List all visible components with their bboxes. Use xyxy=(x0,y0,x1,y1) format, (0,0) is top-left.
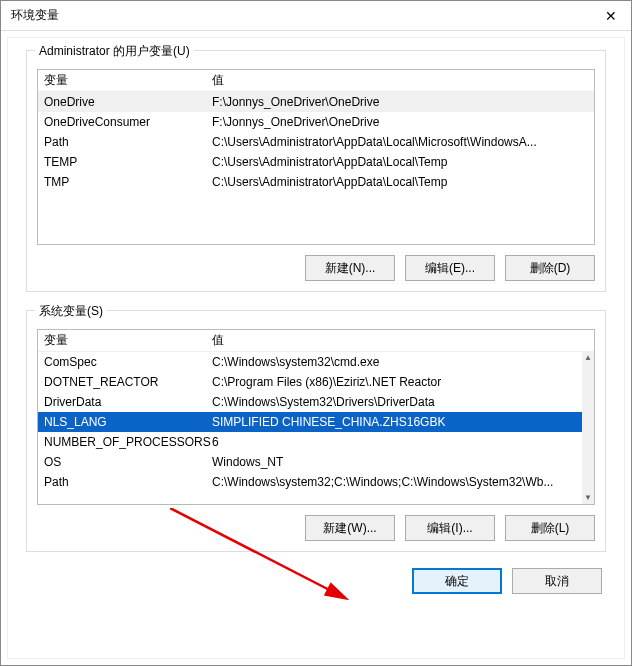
cell-value: C:\Users\Administrator\AppData\Local\Tem… xyxy=(212,155,594,169)
table-row[interactable]: OS Windows_NT xyxy=(38,452,594,472)
close-button[interactable]: ✕ xyxy=(591,1,631,31)
cell-name: OneDriveConsumer xyxy=(44,115,212,129)
col-header-name: 变量 xyxy=(44,72,212,89)
table-row[interactable]: TMP C:\Users\Administrator\AppData\Local… xyxy=(38,172,594,192)
cell-value: Windows_NT xyxy=(212,455,594,469)
user-vars-header[interactable]: 变量 值 xyxy=(38,70,594,92)
sys-vars-group: 系统变量(S) 变量 值 ComSpec C:\Windows\system32… xyxy=(26,310,606,552)
cell-value: C:\Program Files (x86)\Eziriz\.NET React… xyxy=(212,375,594,389)
client-area: Administrator 的用户变量(U) 变量 值 OneDrive F:\… xyxy=(7,37,625,659)
cell-value: C:\Windows\system32\cmd.exe xyxy=(212,355,594,369)
table-row[interactable]: ComSpec C:\Windows\system32\cmd.exe xyxy=(38,352,594,372)
col-header-name: 变量 xyxy=(44,332,212,349)
col-header-value: 值 xyxy=(212,332,594,349)
cell-name: ComSpec xyxy=(44,355,212,369)
cell-value: 6 xyxy=(212,435,594,449)
cell-value: C:\Windows\System32\Drivers\DriverData xyxy=(212,395,594,409)
cell-value: C:\Users\Administrator\AppData\Local\Tem… xyxy=(212,175,594,189)
user-edit-button[interactable]: 编辑(E)... xyxy=(405,255,495,281)
table-row-selected[interactable]: NLS_LANG SIMPLIFIED CHINESE_CHINA.ZHS16G… xyxy=(38,412,594,432)
sys-edit-button[interactable]: 编辑(I)... xyxy=(405,515,495,541)
titlebar: 环境变量 ✕ xyxy=(1,1,631,31)
table-row[interactable]: Path C:\Users\Administrator\AppData\Loca… xyxy=(38,132,594,152)
sys-vars-list[interactable]: 变量 值 ComSpec C:\Windows\system32\cmd.exe… xyxy=(37,329,595,505)
user-delete-button[interactable]: 删除(D) xyxy=(505,255,595,281)
cell-name: DOTNET_REACTOR xyxy=(44,375,212,389)
table-row[interactable]: DOTNET_REACTOR C:\Program Files (x86)\Ez… xyxy=(38,372,594,392)
cell-name: Path xyxy=(44,475,212,489)
env-vars-dialog: 环境变量 ✕ Administrator 的用户变量(U) 变量 值 OneDr… xyxy=(0,0,632,666)
cell-name: Path xyxy=(44,135,212,149)
user-vars-buttons: 新建(N)... 编辑(E)... 删除(D) xyxy=(37,245,595,281)
ok-button[interactable]: 确定 xyxy=(412,568,502,594)
cell-name: NLS_LANG xyxy=(44,415,212,429)
window-title: 环境变量 xyxy=(11,7,59,24)
chevron-down-icon: ▼ xyxy=(584,492,592,504)
table-row[interactable]: NUMBER_OF_PROCESSORS 6 xyxy=(38,432,594,452)
cell-value: F:\Jonnys_OneDriver\OneDrive xyxy=(212,115,594,129)
table-row[interactable]: OneDrive F:\Jonnys_OneDriver\OneDrive xyxy=(38,92,594,112)
sys-new-button[interactable]: 新建(W)... xyxy=(305,515,395,541)
close-icon: ✕ xyxy=(605,8,617,24)
cell-name: OS xyxy=(44,455,212,469)
user-vars-list[interactable]: 变量 值 OneDrive F:\Jonnys_OneDriver\OneDri… xyxy=(37,69,595,245)
sys-vars-header[interactable]: 变量 值 xyxy=(38,330,594,352)
user-vars-label: Administrator 的用户变量(U) xyxy=(35,43,194,60)
table-row[interactable]: TEMP C:\Users\Administrator\AppData\Loca… xyxy=(38,152,594,172)
cell-value: F:\Jonnys_OneDriver\OneDrive xyxy=(212,95,594,109)
table-row[interactable]: OneDriveConsumer F:\Jonnys_OneDriver\One… xyxy=(38,112,594,132)
sys-delete-button[interactable]: 删除(L) xyxy=(505,515,595,541)
cell-name: NUMBER_OF_PROCESSORS xyxy=(44,435,212,449)
cell-name: OneDrive xyxy=(44,95,212,109)
chevron-up-icon: ▲ xyxy=(584,352,592,364)
cancel-button[interactable]: 取消 xyxy=(512,568,602,594)
user-vars-group: Administrator 的用户变量(U) 变量 值 OneDrive F:\… xyxy=(26,50,606,292)
sys-vars-buttons: 新建(W)... 编辑(I)... 删除(L) xyxy=(37,505,595,541)
cell-value: C:\Users\Administrator\AppData\Local\Mic… xyxy=(212,135,594,149)
user-new-button[interactable]: 新建(N)... xyxy=(305,255,395,281)
dialog-footer: 确定 取消 xyxy=(26,562,606,594)
cell-name: TMP xyxy=(44,175,212,189)
cell-value: C:\Windows\system32;C:\Windows;C:\Window… xyxy=(212,475,594,489)
cell-name: DriverData xyxy=(44,395,212,409)
sys-scrollbar[interactable]: ▲ ▼ xyxy=(582,352,594,504)
table-row[interactable]: Path C:\Windows\system32;C:\Windows;C:\W… xyxy=(38,472,594,492)
sys-vars-label: 系统变量(S) xyxy=(35,303,107,320)
col-header-value: 值 xyxy=(212,72,594,89)
cell-name: TEMP xyxy=(44,155,212,169)
cell-value: SIMPLIFIED CHINESE_CHINA.ZHS16GBK xyxy=(212,415,594,429)
table-row[interactable]: DriverData C:\Windows\System32\Drivers\D… xyxy=(38,392,594,412)
